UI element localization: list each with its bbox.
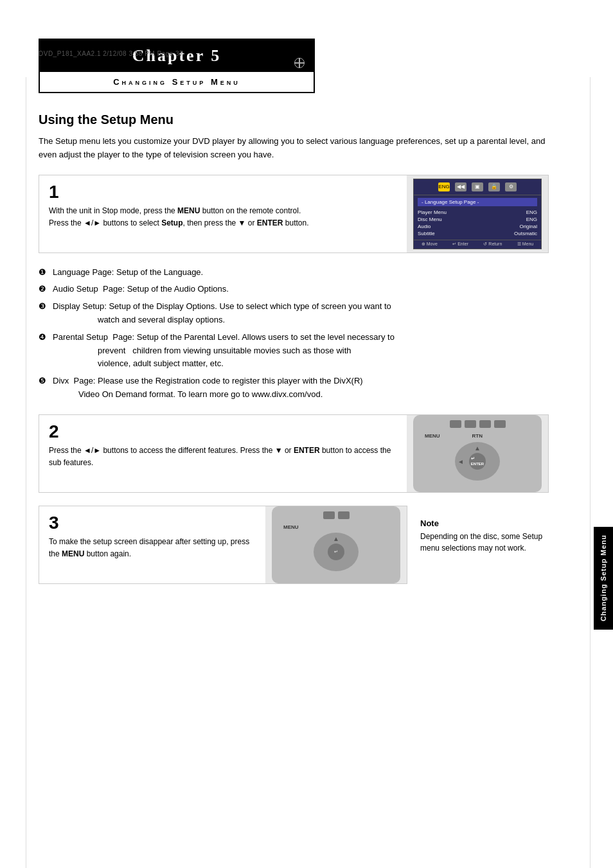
remote-label-row: MENU RTN bbox=[418, 433, 537, 439]
dvd-footer-move: ⊕ Move bbox=[422, 242, 438, 247]
remote-enter-icon: ↵ENTER bbox=[471, 456, 484, 466]
remote3-dpad: ↵ ▲ bbox=[314, 533, 359, 571]
dvd-icon-audio: ◀◀ bbox=[455, 182, 466, 191]
remote-left-arrow: ◄ bbox=[458, 457, 464, 465]
step-1-left: 1 With the unit in Stop mode, press the … bbox=[39, 175, 407, 252]
feature-desc-5: Divx Page: Please use the Registration c… bbox=[53, 375, 549, 402]
dvd-menu-icon-row: ENG ◀◀ ▣ 🔒 ⚙ bbox=[414, 179, 541, 195]
remote3-enter: ↵ bbox=[328, 544, 344, 560]
feature-list: ❶ Language Page: Setup of the Language. … bbox=[39, 266, 549, 402]
section-title: Using the Setup Menu bbox=[39, 112, 549, 127]
dvd-menu-rows: Player Menu ENG Disc Menu ENG Audio Orig… bbox=[414, 208, 541, 238]
main-content: Chapter 5 Changing Setup Menu Using the … bbox=[39, 39, 574, 584]
step-3-left: 3 To make the setup screen disappear aft… bbox=[39, 506, 265, 583]
remote-btn-play bbox=[479, 420, 491, 428]
dvd-row-subtitle: Subtitle Outsmatic bbox=[418, 230, 537, 237]
dvd-row-label: Disc Menu bbox=[418, 217, 442, 222]
dvd-row-value: Outsmatic bbox=[514, 231, 537, 236]
dvd-row-audio: Audio Original bbox=[418, 223, 537, 230]
note-text: Depending on the disc, some Setup menu s… bbox=[420, 531, 549, 554]
note-title: Note bbox=[420, 518, 549, 528]
feature-desc-3: Display Setup: Setup of the Display Opti… bbox=[53, 300, 549, 327]
dvd-row-label: Audio bbox=[418, 224, 431, 229]
step-2-number: 2 bbox=[49, 423, 397, 441]
chapter-subtitle: Changing Setup Menu bbox=[40, 72, 314, 92]
dvd-icon-divx: ⚙ bbox=[505, 182, 517, 191]
step-3-note-row: 3 To make the setup screen disappear aft… bbox=[39, 506, 549, 584]
dvd-row-player: Player Menu ENG bbox=[418, 209, 537, 216]
chapter-box: Chapter 5 Changing Setup Menu bbox=[39, 39, 315, 93]
feature-num-1: ❶ bbox=[39, 266, 53, 279]
feature-num-3: ❸ bbox=[39, 300, 53, 327]
remote-btn-next bbox=[494, 420, 506, 428]
dvd-row-label: Player Menu bbox=[418, 209, 447, 215]
dvd-row-disc: Disc Menu ENG bbox=[418, 216, 537, 223]
remote3-enter-icon: ↵ bbox=[334, 549, 338, 554]
intro-text: The Setup menu lets you customize your D… bbox=[39, 135, 549, 162]
dvd-icon-parental: 🔒 bbox=[488, 182, 500, 191]
remote-step2: MENU RTN ↵ENTER ▲ bbox=[413, 415, 542, 492]
step-3-image: MENU ↵ ▲ bbox=[265, 506, 407, 583]
dvd-menu-header: - Language Setup Page - bbox=[418, 198, 537, 206]
feature-desc-1: Language Page: Setup of the Language. bbox=[53, 266, 549, 279]
feature-desc-4: Parental Setup Page: Setup of the Parent… bbox=[53, 331, 549, 371]
remote-rtn-label: RTN bbox=[472, 433, 483, 439]
remote-up-arrow: ▲ bbox=[474, 445, 481, 452]
step-3-text: To make the setup screen disappear after… bbox=[49, 536, 256, 560]
remote-dpad: ↵ENTER ▲ ◄ bbox=[455, 442, 500, 481]
feature-item-1: ❶ Language Page: Setup of the Language. bbox=[39, 266, 549, 279]
remote3-up: ▲ bbox=[333, 535, 339, 542]
feature-desc-2: Audio Setup Page: Setup of the Audio Opt… bbox=[53, 283, 549, 296]
feature-item-4: ❹ Parental Setup Page: Setup of the Pare… bbox=[39, 331, 549, 371]
dvd-row-value: ENG bbox=[526, 217, 537, 222]
remote3-btn-prev bbox=[323, 511, 335, 519]
feature-num-4: ❹ bbox=[39, 331, 53, 371]
dvd-row-value: Original bbox=[519, 224, 537, 229]
dvd-footer-enter: ↵ Enter bbox=[452, 242, 468, 247]
right-border bbox=[590, 77, 591, 868]
step-2-left: 2 Press the ◄/► buttons to access the di… bbox=[39, 415, 407, 492]
remote-btn-prev bbox=[450, 420, 461, 428]
step-2-text: Press the ◄/► buttons to access the diff… bbox=[49, 445, 397, 469]
file-info: DVD_P181_XAA2.1 2/12/08 3:58 PM Page 37 bbox=[39, 50, 183, 57]
feature-num-5: ❺ bbox=[39, 375, 53, 402]
feature-item-5: ❺ Divx Page: Please use the Registration… bbox=[39, 375, 549, 402]
dvd-menu-screenshot: ENG ◀◀ ▣ 🔒 ⚙ - Language Setup Page - Pla… bbox=[413, 179, 542, 249]
side-tab-text: Changing Setup Menu bbox=[600, 535, 607, 621]
dvd-row-label: Subtitle bbox=[418, 231, 435, 236]
dvd-footer-return: ↺ Return bbox=[483, 242, 502, 247]
feature-item-3: ❸ Display Setup: Setup of the Display Op… bbox=[39, 300, 549, 327]
step-2-box: 2 Press the ◄/► buttons to access the di… bbox=[39, 414, 549, 493]
remote-btn-stop bbox=[465, 420, 476, 428]
dvd-row-value: ENG bbox=[526, 209, 537, 215]
step-3-number: 3 bbox=[49, 514, 256, 532]
dvd-icon-display: ▣ bbox=[472, 182, 483, 191]
remote3-btn-stop bbox=[338, 511, 350, 519]
page-wrapper: DVD_P181_XAA2.1 2/12/08 3:58 PM Page 37 … bbox=[0, 39, 613, 868]
left-border bbox=[26, 77, 26, 868]
top-crosshair bbox=[294, 58, 305, 68]
step-1-box: 1 With the unit in Stop mode, press the … bbox=[39, 175, 549, 253]
remote-circle: ↵ENTER ▲ ◄ bbox=[455, 442, 500, 481]
feature-item-2: ❷ Audio Setup Page: Setup of the Audio O… bbox=[39, 283, 549, 296]
remote3-circle: ↵ ▲ bbox=[314, 533, 359, 571]
dvd-icon-lang: ENG bbox=[438, 182, 450, 191]
note-box: Note Depending on the disc, some Setup m… bbox=[420, 506, 549, 554]
dvd-footer-menu: ☰ Menu bbox=[517, 242, 533, 247]
feature-num-2: ❷ bbox=[39, 283, 53, 296]
side-tab: Changing Setup Menu bbox=[594, 527, 613, 630]
remote3-menu-label: MENU bbox=[283, 524, 299, 530]
step-2-image: MENU RTN ↵ENTER ▲ bbox=[407, 415, 548, 492]
remote-enter-btn: ↵ENTER bbox=[469, 453, 486, 470]
step-1-image: ENG ◀◀ ▣ 🔒 ⚙ - Language Setup Page - Pla… bbox=[407, 175, 548, 252]
step-3-box: 3 To make the setup screen disappear aft… bbox=[39, 506, 407, 584]
step-1-text: With the unit in Stop mode, press the ME… bbox=[49, 205, 397, 229]
remote3-transport bbox=[323, 511, 350, 519]
dvd-menu-footer: ⊕ Move ↵ Enter ↺ Return ☰ Menu bbox=[414, 240, 541, 247]
remote-menu-label: MENU bbox=[425, 433, 440, 439]
step-1-number: 1 bbox=[49, 183, 397, 201]
remote-step3: MENU ↵ ▲ bbox=[272, 506, 400, 583]
remote-transport-row bbox=[450, 420, 506, 428]
